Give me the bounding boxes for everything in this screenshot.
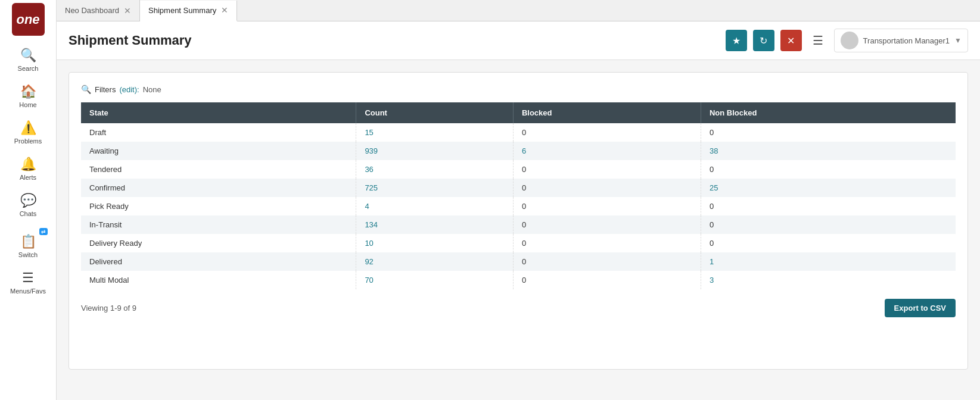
cell-blocked: 0 — [513, 271, 701, 289]
count-link[interactable]: 70 — [365, 276, 373, 285]
switch-badge: ⇄ — [39, 228, 48, 235]
cell-non-blocked: 0 — [701, 234, 956, 252]
col-count: Count — [356, 102, 513, 123]
cell-blocked: 0 — [513, 252, 701, 271]
tab-close-neo-dashboard[interactable]: ✕ — [124, 7, 131, 15]
table-footer: Viewing 1-9 of 9 Export to CSV — [81, 299, 956, 317]
cell-count[interactable]: 939 — [356, 142, 513, 160]
tab-neo-dashboard[interactable]: Neo Dashboard ✕ — [57, 0, 140, 21]
tab-close-shipment-summary[interactable]: ✕ — [221, 6, 228, 14]
sidebar-item-label: Switch — [18, 251, 38, 258]
star-button[interactable]: ★ — [726, 30, 747, 51]
table-header-row: State Count Blocked Non Blocked — [81, 102, 956, 123]
cell-blocked: 0 — [513, 197, 701, 215]
hamburger-menu-button[interactable]: ☰ — [808, 31, 828, 50]
shipment-table: State Count Blocked Non Blocked Draft150… — [81, 102, 956, 289]
sidebar-item-chats[interactable]: 💬 Chats — [0, 187, 56, 223]
sidebar-item-switch[interactable]: ⇄ 📋 Switch — [0, 223, 56, 264]
chat-icon: 💬 — [20, 193, 36, 208]
tab-label: Neo Dashboard — [65, 6, 119, 15]
user-name: Transportation Manager1 — [863, 36, 950, 45]
cell-non-blocked[interactable]: 3 — [701, 271, 956, 289]
count-link[interactable]: 4 — [365, 202, 369, 211]
cell-count[interactable]: 36 — [356, 160, 513, 179]
avatar — [841, 32, 858, 49]
table-row: Draft1500 — [81, 123, 956, 142]
cell-blocked: 0 — [513, 160, 701, 179]
close-button[interactable]: ✕ — [780, 30, 802, 51]
warning-icon: ⚠️ — [20, 120, 36, 136]
table-row: Awaiting939638 — [81, 142, 956, 160]
sidebar-item-label: Home — [19, 101, 36, 108]
content-area: 🔍 Filters (edit): None State Count Block… — [57, 60, 980, 400]
col-non-blocked: Non Blocked — [701, 102, 956, 123]
cell-state: Delivered — [81, 252, 356, 271]
sidebar-item-label: Chats — [20, 210, 37, 217]
cell-count[interactable]: 92 — [356, 252, 513, 271]
cell-count[interactable]: 725 — [356, 179, 513, 197]
menu-icon: ☰ — [22, 270, 34, 286]
non-blocked-link[interactable]: 3 — [710, 276, 714, 285]
cell-blocked: 0 — [513, 234, 701, 252]
sidebar-item-alerts[interactable]: 🔔 Alerts — [0, 151, 56, 187]
cell-state: Confirmed — [81, 179, 356, 197]
content-card: 🔍 Filters (edit): None State Count Block… — [69, 72, 968, 370]
blocked-link[interactable]: 6 — [522, 146, 526, 155]
cell-state: Tendered — [81, 160, 356, 179]
switch-icon: 📋 — [20, 234, 36, 249]
cell-count[interactable]: 134 — [356, 215, 513, 234]
sidebar-item-home[interactable]: 🏠 Home — [0, 78, 56, 114]
col-state: State — [81, 102, 356, 123]
count-link[interactable]: 15 — [365, 128, 373, 137]
count-link[interactable]: 10 — [365, 239, 373, 248]
cell-state: Delivery Ready — [81, 234, 356, 252]
cell-non-blocked[interactable]: 25 — [701, 179, 956, 197]
count-link[interactable]: 92 — [365, 257, 373, 266]
count-link[interactable]: 134 — [365, 220, 378, 229]
export-csv-button[interactable]: Export to CSV — [885, 299, 956, 317]
cell-non-blocked[interactable]: 1 — [701, 252, 956, 271]
table-row: Delivered9201 — [81, 252, 956, 271]
non-blocked-link[interactable]: 25 — [710, 183, 718, 192]
viewing-label: Viewing 1-9 of 9 — [81, 304, 136, 312]
count-link[interactable]: 725 — [365, 183, 378, 192]
sidebar-item-problems[interactable]: ⚠️ Problems — [0, 114, 56, 151]
filter-edit-link[interactable]: (edit): — [119, 85, 139, 94]
page-header: Shipment Summary ★ ↻ ✕ ☰ Transportation … — [57, 21, 980, 60]
sidebar-item-search[interactable]: 🔍 Search — [0, 42, 56, 78]
cell-non-blocked[interactable]: 38 — [701, 142, 956, 160]
cell-non-blocked: 0 — [701, 160, 956, 179]
cell-non-blocked: 0 — [701, 197, 956, 215]
main-area: Neo Dashboard ✕ Shipment Summary ✕ Shipm… — [57, 0, 980, 400]
table-row: Multi Modal7003 — [81, 271, 956, 289]
tab-shipment-summary[interactable]: Shipment Summary ✕ — [140, 1, 237, 21]
refresh-button[interactable]: ↻ — [753, 30, 774, 51]
count-link[interactable]: 939 — [365, 146, 378, 155]
sidebar-item-menus[interactable]: ☰ Menus/Favs — [0, 264, 56, 301]
non-blocked-link[interactable]: 1 — [710, 257, 714, 266]
cell-count[interactable]: 4 — [356, 197, 513, 215]
cell-non-blocked: 0 — [701, 123, 956, 142]
cell-blocked: 0 — [513, 215, 701, 234]
cell-blocked[interactable]: 6 — [513, 142, 701, 160]
non-blocked-link[interactable]: 38 — [710, 146, 718, 155]
sidebar-item-label: Problems — [14, 138, 42, 145]
table-row: Pick Ready400 — [81, 197, 956, 215]
search-icon: 🔍 — [20, 48, 36, 63]
sidebar-item-label: Search — [18, 65, 39, 72]
filter-label: Filters — [95, 85, 116, 94]
count-link[interactable]: 36 — [365, 165, 373, 174]
app-logo[interactable]: one — [12, 3, 45, 36]
filter-icon: 🔍 — [81, 85, 91, 94]
sidebar-item-label: Menus/Favs — [10, 288, 46, 295]
user-dropdown[interactable]: Transportation Manager1 ▼ — [834, 29, 968, 52]
cell-state: In-Transit — [81, 215, 356, 234]
sidebar: one 🔍 Search 🏠 Home ⚠️ Problems 🔔 Alerts… — [0, 0, 57, 400]
col-blocked: Blocked — [513, 102, 701, 123]
cell-count[interactable]: 10 — [356, 234, 513, 252]
sidebar-item-label: Alerts — [20, 174, 36, 181]
cell-count[interactable]: 15 — [356, 123, 513, 142]
table-row: Confirmed725025 — [81, 179, 956, 197]
table-row: In-Transit13400 — [81, 215, 956, 234]
cell-count[interactable]: 70 — [356, 271, 513, 289]
